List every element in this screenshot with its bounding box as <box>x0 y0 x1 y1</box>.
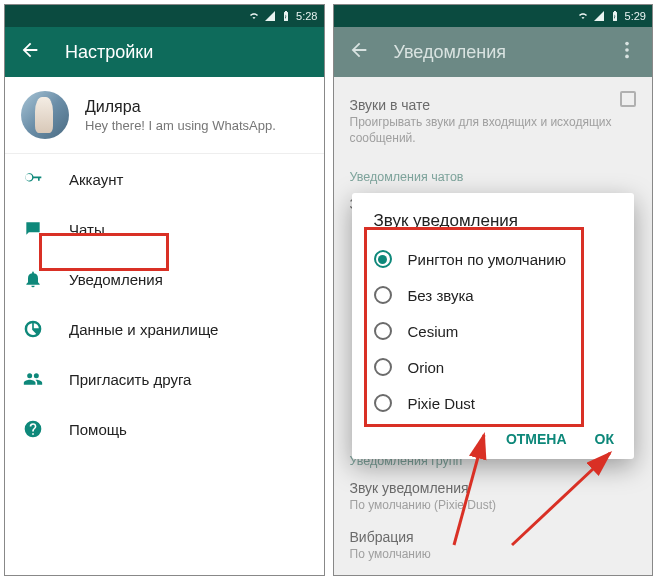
cancel-button[interactable]: ОТМЕНА <box>506 431 567 447</box>
bell-icon <box>23 269 43 289</box>
clock: 5:28 <box>296 10 317 22</box>
menu-chats[interactable]: Чаты <box>5 204 324 254</box>
radio-icon <box>374 394 392 412</box>
radio-label: Pixie Dust <box>408 395 476 412</box>
profile-status: Hey there! I am using WhatsApp. <box>85 118 276 133</box>
app-bar: Настройки <box>5 27 324 77</box>
menu-data[interactable]: Данные и хранилище <box>5 304 324 354</box>
setting-sub: По умолчанию (Pixie Dust) <box>350 498 637 514</box>
profile-row[interactable]: Диляра Hey there! I am using WhatsApp. <box>5 77 324 154</box>
status-bar: 5:29 <box>334 5 653 27</box>
radio-label: Без звука <box>408 287 474 304</box>
menu-invite[interactable]: Пригласить друга <box>5 354 324 404</box>
phone-right: 5:29 Уведомления Звуки в чате Проигрыват… <box>333 4 654 576</box>
dialog-title: Звук уведомления <box>352 211 635 241</box>
radio-silent[interactable]: Без звука <box>352 277 635 313</box>
clock: 5:29 <box>625 10 646 22</box>
radio-icon <box>374 286 392 304</box>
wifi-icon <box>577 10 589 22</box>
app-bar: Уведомления <box>334 27 653 77</box>
signal-icon <box>593 10 605 22</box>
back-icon[interactable] <box>19 39 41 66</box>
menu-label: Чаты <box>69 221 105 238</box>
chat-icon <box>23 219 43 239</box>
battery-icon <box>609 10 621 22</box>
radio-default[interactable]: Рингтон по умолчанию <box>352 241 635 277</box>
signal-icon <box>264 10 276 22</box>
back-icon[interactable] <box>348 39 370 66</box>
wifi-icon <box>248 10 260 22</box>
radio-icon <box>374 358 392 376</box>
key-icon <box>23 169 43 189</box>
menu-account[interactable]: Аккаунт <box>5 154 324 204</box>
menu-label: Пригласить друга <box>69 371 191 388</box>
setting-group-sound: Звук уведомления По умолчанию (Pixie Dus… <box>350 472 637 522</box>
profile-name: Диляра <box>85 98 276 116</box>
radio-icon <box>374 322 392 340</box>
setting-sub: По умолчанию <box>350 547 637 563</box>
people-icon <box>23 369 43 389</box>
dimmed-settings-lower: Уведомления групп Звук уведомления По ум… <box>334 454 653 575</box>
ok-button[interactable]: ОК <box>595 431 614 447</box>
radio-label: Рингтон по умолчанию <box>408 251 566 268</box>
menu-label: Уведомления <box>69 271 163 288</box>
chat-sounds-checkbox <box>620 91 636 107</box>
status-bar: 5:28 <box>5 5 324 27</box>
radio-label: Cesium <box>408 323 459 340</box>
svg-point-0 <box>625 41 629 45</box>
svg-point-2 <box>625 54 629 58</box>
sound-dialog: Звук уведомления Рингтон по умолчанию Бе… <box>352 193 635 459</box>
overflow-icon[interactable] <box>616 39 638 66</box>
setting-title: Вибрация <box>350 529 637 545</box>
svg-point-1 <box>625 48 629 52</box>
setting-title: Звуки в чате <box>350 97 637 113</box>
setting-sub: Проигрывать звуки для входящих и исходящ… <box>350 115 637 146</box>
section-chats: Уведомления чатов <box>350 160 637 188</box>
battery-icon <box>280 10 292 22</box>
menu-label: Аккаунт <box>69 171 123 188</box>
phone-left: 5:28 Настройки Диляра Hey there! I am us… <box>4 4 325 576</box>
setting-vibration: Вибрация По умолчанию <box>350 521 637 567</box>
page-title: Уведомления <box>394 42 507 63</box>
radio-cesium[interactable]: Cesium <box>352 313 635 349</box>
setting-title: Звук уведомления <box>350 480 637 496</box>
data-icon <box>23 319 43 339</box>
page-title: Настройки <box>65 42 153 63</box>
radio-pixie[interactable]: Pixie Dust <box>352 385 635 421</box>
menu-label: Помощь <box>69 421 127 438</box>
radio-label: Orion <box>408 359 445 376</box>
avatar <box>21 91 69 139</box>
help-icon <box>23 419 43 439</box>
radio-orion[interactable]: Orion <box>352 349 635 385</box>
radio-icon <box>374 250 392 268</box>
setting-chat-sounds: Звуки в чате Проигрывать звуки для входя… <box>350 89 637 160</box>
menu-notifications[interactable]: Уведомления <box>5 254 324 304</box>
menu-help[interactable]: Помощь <box>5 404 324 454</box>
menu-label: Данные и хранилище <box>69 321 218 338</box>
